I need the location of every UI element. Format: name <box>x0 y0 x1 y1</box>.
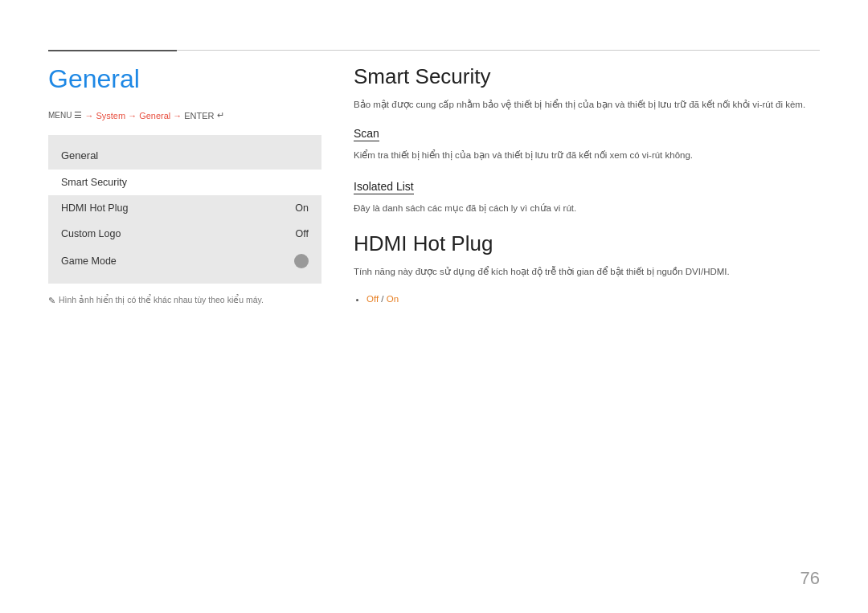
hdmi-hot-plug-options: Off / On <box>366 294 820 304</box>
isolated-list-title: Isolated List <box>354 180 414 194</box>
breadcrumb-arrow-1: → <box>84 111 93 121</box>
isolated-list-desc: Đây là danh sách các mục đã bị cách ly v… <box>354 201 820 215</box>
option-on: On <box>387 294 399 304</box>
smart-security-title: Smart Security <box>354 64 820 89</box>
menu-item-label-game-mode: Game Mode <box>61 255 117 267</box>
menu-item-hdmi-hot-plug[interactable]: HDMI Hot Plug On <box>48 195 321 221</box>
option-slash: / <box>379 294 387 304</box>
page-title: General <box>48 64 321 94</box>
right-column: Smart Security Bảo mật được cung cấp nhằ… <box>354 64 820 304</box>
breadcrumb-arrow-3: → <box>173 111 182 121</box>
hdmi-hot-plug-desc: Tính năng này được sử dụng để kích hoạt … <box>354 264 820 279</box>
footnote-icon: ✎ <box>48 296 55 306</box>
menu-item-game-mode[interactable]: Game Mode <box>48 247 321 276</box>
menu-item-label-smart-security: Smart Security <box>61 177 127 188</box>
menu-item-custom-logo[interactable]: Custom Logo Off <box>48 221 321 247</box>
menu-item-value-hdmi-hot-plug: On <box>295 202 309 214</box>
game-mode-toggle[interactable] <box>294 254 309 268</box>
page-number: 76 <box>800 568 820 589</box>
top-accent-line <box>48 50 177 51</box>
breadcrumb: MENU ☰ → System → General → ENTER ↵ <box>48 110 321 121</box>
breadcrumb-enter: ENTER <box>184 111 214 121</box>
breadcrumb-arrow-2: → <box>128 111 137 121</box>
breadcrumb-system[interactable]: System <box>96 111 125 121</box>
menu-item-value-custom-logo: Off <box>296 228 309 239</box>
breadcrumb-enter-icon: ↵ <box>217 110 224 121</box>
smart-security-desc: Bảo mật được cung cấp nhằm bảo vệ thiết … <box>354 97 820 112</box>
menu-symbol: ☰ <box>74 110 82 121</box>
breadcrumb-general[interactable]: General <box>139 111 170 121</box>
option-off: Off <box>366 294 379 304</box>
menu-box-title: General <box>48 143 321 170</box>
menu-icon: MENU <box>48 111 72 120</box>
menu-item-label-custom-logo: Custom Logo <box>61 228 121 239</box>
menu-item-smart-security[interactable]: Smart Security <box>48 170 321 195</box>
hdmi-hot-plug-title: HDMI Hot Plug <box>354 231 820 256</box>
left-column: General MENU ☰ → System → General → ENTE… <box>48 64 321 306</box>
footnote-text: Hình ảnh hiển thị có thể khác nhau tùy t… <box>59 295 264 304</box>
scan-desc: Kiểm tra thiết bị hiển thị của bạn và th… <box>354 148 820 162</box>
menu-box: General Smart Security HDMI Hot Plug On … <box>48 135 321 284</box>
scan-title: Scan <box>354 127 379 141</box>
footnote: ✎ Hình ảnh hiển thị có thể khác nhau tùy… <box>48 295 321 306</box>
menu-item-label-hdmi-hot-plug: HDMI Hot Plug <box>61 202 128 214</box>
